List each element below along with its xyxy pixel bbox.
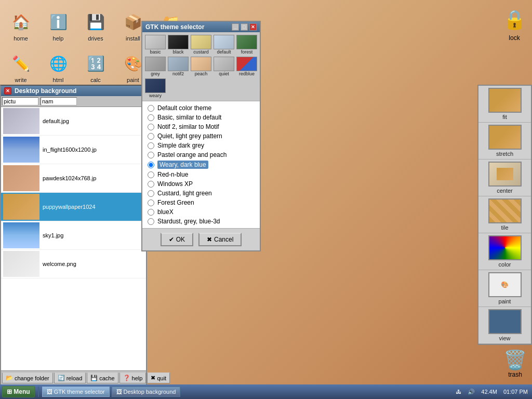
desktop-icon-drives[interactable]: 💾 drives (79, 9, 112, 42)
filter-pictu-input[interactable] (2, 97, 38, 105)
theme-weary-label: weary (149, 93, 162, 98)
theme-peach[interactable]: peach (190, 56, 212, 77)
desktop-icon-help[interactable]: ℹ️ help (42, 9, 75, 42)
cache-button[interactable]: 💾 cache (87, 373, 118, 383)
radio-basic-input[interactable] (148, 114, 154, 121)
radio-notif2[interactable]: Notif 2, similar to Motif (148, 123, 255, 130)
tile-thumb (488, 198, 522, 223)
desktop-icon-calc[interactable]: 🔢 calc (79, 51, 112, 83)
radio-simple-dark[interactable]: Simple dark grey (148, 142, 255, 149)
gtk-maximize-button[interactable]: □ (241, 23, 248, 31)
start-button[interactable]: ⊞ Menu (2, 386, 35, 397)
file-item-welcome[interactable]: welcome.png (1, 250, 146, 278)
theme-forest[interactable]: forest (236, 34, 258, 55)
radio-weary-label: Weary, dark blue (157, 161, 208, 169)
write-label: write (15, 77, 26, 83)
theme-quiet[interactable]: quiet (213, 56, 235, 77)
desktop-bg-close-button[interactable]: ✕ (4, 87, 11, 95)
color-thumb (488, 235, 522, 260)
center-label: center (497, 188, 513, 194)
file-item-puppy[interactable]: puppywallpaper1024 (1, 193, 146, 221)
center-button[interactable]: center (478, 159, 531, 196)
theme-custard[interactable]: custard (190, 34, 212, 55)
radio-basic-similar[interactable]: Basic, similar to default (148, 114, 255, 121)
color-button[interactable]: color (478, 233, 531, 270)
help-bg-button[interactable]: ❓ help (119, 373, 147, 383)
radio-forest-input[interactable] (148, 200, 154, 206)
theme-basic[interactable]: basic (144, 34, 166, 55)
theme-weary[interactable]: weary (144, 78, 166, 99)
radio-quiet-input[interactable] (148, 133, 154, 140)
radio-stardust[interactable]: Stardust, grey, blue-3d (148, 218, 255, 225)
gtk-minimize-button[interactable]: _ (232, 23, 239, 31)
reload-button[interactable]: 🔄 reload (54, 373, 86, 383)
radio-simple-input[interactable] (148, 142, 154, 149)
theme-notif2[interactable]: notif2 (167, 56, 189, 77)
theme-grey[interactable]: grey (144, 56, 166, 77)
desktop-icon-write[interactable]: ✏️ write (4, 51, 37, 83)
tray-memory: 42.4M (479, 388, 499, 396)
radio-default-color-label: Default color theme (157, 104, 211, 112)
gtk-radio-list: Default color theme Basic, similar to de… (142, 101, 260, 229)
thumb-flight (3, 137, 39, 163)
radio-default-color-input[interactable] (148, 105, 154, 112)
taskbar-desktop-bg-button[interactable]: 🖼 Desktop background (112, 387, 181, 397)
theme-basic-label: basic (150, 49, 161, 55)
taskbar-divider (38, 387, 39, 397)
filename-paw: pawdesk1024x768.jp (43, 175, 96, 181)
desktop-icon-trash[interactable]: 🗑️ trash (503, 349, 527, 378)
desktop-icon-lock[interactable]: 🔒 lock (502, 5, 527, 42)
stretch-button[interactable]: stretch (478, 123, 531, 159)
radio-weary-blue[interactable]: Weary, dark blue (148, 161, 255, 169)
file-item-paw[interactable]: pawdesk1024x768.jp (1, 164, 146, 193)
radio-blueX-input[interactable] (148, 209, 154, 216)
radio-winxp-input[interactable] (148, 181, 154, 188)
radio-rednblue-input[interactable] (148, 171, 154, 178)
lock-label: lock (509, 34, 520, 42)
color-label: color (499, 261, 511, 268)
theme-custard-label: custard (193, 49, 209, 55)
trash-label: trash (508, 371, 522, 378)
radio-windows-xp[interactable]: Windows XP (148, 180, 255, 188)
desktop-icon-html[interactable]: 🌐 html (42, 51, 75, 83)
radio-blueX[interactable]: blueX (148, 208, 255, 216)
file-item-sky[interactable]: sky1.jpg (1, 221, 146, 250)
filename-default: default.jpg (43, 118, 69, 124)
radio-winxp-label: Windows XP (157, 180, 193, 188)
quit-button[interactable]: ✖ quit (147, 373, 170, 383)
radio-custard-label: Custard, light green (157, 190, 212, 197)
theme-redblue-img (236, 57, 257, 71)
fit-button[interactable]: fit (478, 86, 531, 123)
cancel-button[interactable]: ✖ Cancel (198, 233, 242, 246)
change-folder-button[interactable]: 📂 change folder (2, 373, 53, 383)
theme-custard-img (191, 35, 211, 49)
gtk-title: GTK theme selector (145, 23, 204, 31)
file-item-default[interactable]: default.jpg (1, 107, 146, 136)
radio-red-n-blue[interactable]: Red-n-blue (148, 171, 255, 178)
desktop-icon-home[interactable]: 🏠 home (4, 9, 37, 42)
tile-button[interactable]: tile (478, 196, 531, 233)
radio-forest-green[interactable]: Forest Green (148, 199, 255, 206)
radio-default-color[interactable]: Default color theme (148, 104, 255, 112)
radio-weary-input[interactable] (148, 162, 154, 168)
theme-redblue[interactable]: redblue (236, 56, 258, 77)
gtk-close-button[interactable]: ✕ (249, 23, 257, 31)
radio-pastel-input[interactable] (148, 152, 154, 158)
radio-custard-green[interactable]: Custard, light green (148, 190, 255, 197)
theme-black[interactable]: black (167, 34, 189, 55)
filename-sky: sky1.jpg (43, 232, 63, 238)
theme-default[interactable]: default (213, 34, 235, 55)
radio-quiet-grey[interactable]: Quiet, light grey pattern (148, 132, 255, 140)
view-thumb (488, 309, 522, 334)
paint-bg-button[interactable]: 🎨 paint (478, 270, 531, 307)
taskbar-deskbg-icon: 🖼 (116, 389, 122, 395)
ok-button[interactable]: ✔ OK (161, 233, 193, 246)
view-button[interactable]: view (478, 307, 531, 344)
radio-notif2-input[interactable] (148, 124, 154, 130)
radio-custard-input[interactable] (148, 190, 154, 197)
radio-pastel-orange[interactable]: Pastel orange and peach (148, 151, 255, 158)
filter-nam-input[interactable] (41, 97, 77, 105)
radio-stardust-input[interactable] (148, 218, 154, 225)
taskbar-gtk-theme-button[interactable]: 🖼 GTK theme selector (42, 387, 110, 397)
file-item-flight[interactable]: in_flight1600x1200.jp (1, 136, 146, 164)
